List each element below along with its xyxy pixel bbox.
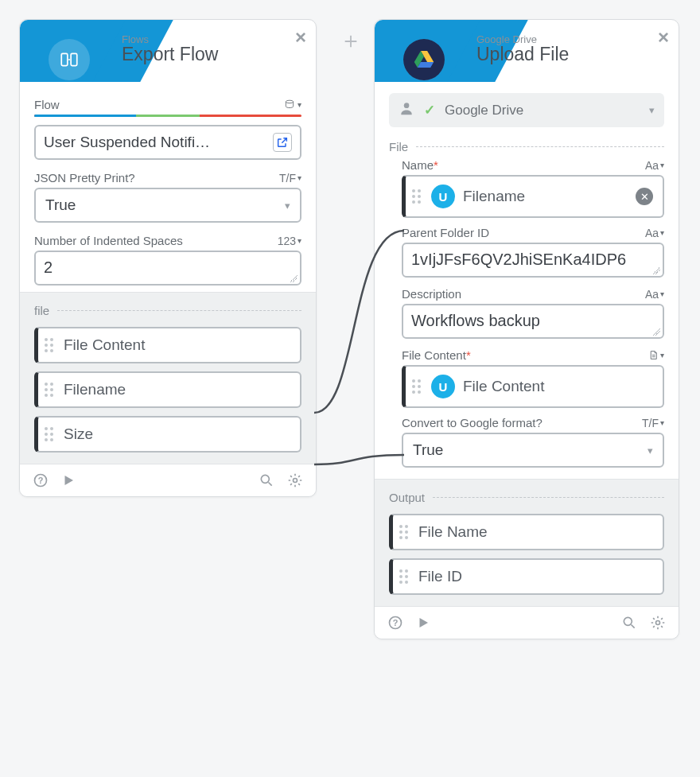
output-label: File ID xyxy=(418,568,462,585)
name-input-pill[interactable]: U Filename ✕ xyxy=(402,175,664,218)
close-icon[interactable]: × xyxy=(295,26,306,49)
section-label-file: File xyxy=(389,140,408,153)
card-header: Flows Export Flow xyxy=(20,20,316,82)
type-tag-text[interactable]: Aa▾ xyxy=(645,288,664,301)
type-tag-text[interactable]: Aa▾ xyxy=(645,159,664,172)
mapped-badge-icon: U xyxy=(431,375,455,398)
field-label-file-content: File Content* xyxy=(402,348,471,362)
gear-icon[interactable] xyxy=(650,615,666,631)
search-icon[interactable] xyxy=(259,472,274,488)
svg-rect-0 xyxy=(61,53,68,65)
output-pill-filename[interactable]: Filename xyxy=(34,371,301,408)
resize-handle-icon[interactable] xyxy=(652,266,660,274)
output-pill-file-content[interactable]: File Content xyxy=(34,327,301,363)
convert-value: True xyxy=(413,441,443,459)
card-inputs: Flow ▾ User Suspended Notifi… JSON Prett… xyxy=(20,82,316,292)
close-icon[interactable]: × xyxy=(658,26,669,49)
chevron-down-icon: ▾ xyxy=(649,104,655,116)
grip-icon[interactable] xyxy=(399,569,410,584)
connection-name: Google Drive xyxy=(445,103,523,118)
mapped-badge-icon: U xyxy=(431,185,455,208)
parent-folder-value: 1vIjJFsF6QV2JhiSEnKa4IDP6 xyxy=(411,251,626,268)
svg-text:?: ? xyxy=(393,618,399,627)
convert-select[interactable]: True ▾ xyxy=(402,433,664,468)
output-pill-file-id[interactable]: File ID xyxy=(389,558,664,595)
card-upload-file: × Google Drive Upload File ✓ Google Driv… xyxy=(374,19,679,639)
section-label-output: Output xyxy=(389,491,425,504)
play-icon[interactable] xyxy=(416,616,430,630)
flow-value: User Suspended Notifi… xyxy=(44,134,210,151)
clear-mapping-icon[interactable]: ✕ xyxy=(636,188,653,205)
card-export-flow: × Flows Export Flow Flow ▾ User Suspende… xyxy=(19,19,317,497)
svg-point-5 xyxy=(261,475,269,483)
connection-chip[interactable]: ✓ Google Drive ▾ xyxy=(389,93,664,127)
grip-icon[interactable] xyxy=(412,189,423,204)
flows-icon xyxy=(49,39,90,80)
field-label-flow: Flow xyxy=(34,98,60,111)
card-title: Upload File xyxy=(476,44,569,65)
field-label-name: Name* xyxy=(402,158,438,172)
card-header: Google Drive Upload File xyxy=(375,20,679,82)
play-icon[interactable] xyxy=(61,473,76,488)
file-content-input-pill[interactable]: U File Content xyxy=(402,365,664,408)
field-label-json-pretty: JSON Pretty Print? xyxy=(34,171,135,185)
type-tag-file[interactable]: ▾ xyxy=(648,349,664,361)
json-pretty-select[interactable]: True ▾ xyxy=(34,188,301,223)
type-tag-tf[interactable]: T/F▾ xyxy=(642,417,664,429)
grip-icon[interactable] xyxy=(45,338,56,352)
output-pill-file-name[interactable]: File Name xyxy=(389,514,664,550)
card-title: Export Flow xyxy=(122,44,218,65)
outputs-section: Output File Name File ID xyxy=(375,479,679,606)
type-tag-text[interactable]: Aa▾ xyxy=(645,227,664,239)
description-input[interactable]: Workflows backup xyxy=(402,304,664,339)
outputs-section: file File Content Filename Size xyxy=(20,292,316,464)
resize-handle-icon[interactable] xyxy=(652,328,660,336)
search-icon[interactable] xyxy=(621,615,637,631)
svg-point-2 xyxy=(286,100,293,103)
check-icon: ✓ xyxy=(424,102,435,118)
grip-icon[interactable] xyxy=(399,525,410,539)
grip-icon[interactable] xyxy=(45,427,56,441)
type-tag-tf[interactable]: T/F▾ xyxy=(279,172,301,185)
connection-section: ✓ Google Drive ▾ xyxy=(375,82,679,129)
flow-select-input[interactable]: User Suspended Notifi… xyxy=(34,125,301,160)
indent-value: 2 xyxy=(44,258,52,276)
description-value: Workflows backup xyxy=(411,312,540,329)
name-pill-label: Filename xyxy=(463,188,525,205)
output-label: File Content xyxy=(64,336,145,354)
svg-point-10 xyxy=(624,617,632,625)
field-label-description: Description xyxy=(402,287,461,301)
grip-icon[interactable] xyxy=(412,379,423,394)
user-icon xyxy=(399,100,414,120)
field-label-parent: Parent Folder ID xyxy=(402,226,489,239)
json-pretty-value: True xyxy=(45,196,76,214)
help-icon[interactable]: ? xyxy=(387,615,403,631)
card-footer: ? xyxy=(20,464,316,496)
field-label-convert: Convert to Google format? xyxy=(402,416,542,429)
svg-point-7 xyxy=(404,103,410,108)
output-label: Size xyxy=(64,425,93,443)
flow-progress-bar xyxy=(34,115,301,117)
help-icon[interactable]: ? xyxy=(33,472,49,488)
svg-text:?: ? xyxy=(38,476,44,485)
section-label-file: file xyxy=(34,304,49,317)
output-label: File Name xyxy=(418,523,488,541)
file-content-pill-label: File Content xyxy=(463,378,544,395)
type-tag-number[interactable]: 123▾ xyxy=(278,235,301,247)
type-tag-object[interactable]: ▾ xyxy=(284,99,301,111)
field-label-indent: Number of Indented Spaces xyxy=(34,234,183,247)
resize-handle-icon[interactable] xyxy=(290,274,298,282)
parent-folder-input[interactable]: 1vIjJFsF6QV2JhiSEnKa4IDP6 xyxy=(402,243,664,278)
card-inputs: File Name* Aa▾ U Filename ✕ Parent Folde… xyxy=(375,129,679,479)
svg-point-11 xyxy=(656,621,660,625)
add-card-button[interactable] xyxy=(339,29,363,53)
card-footer: ? xyxy=(375,606,679,639)
open-external-icon[interactable] xyxy=(273,133,292,152)
indent-input[interactable]: 2 xyxy=(34,251,301,286)
google-drive-icon xyxy=(403,39,445,80)
grip-icon[interactable] xyxy=(45,383,56,397)
gear-icon[interactable] xyxy=(287,472,303,488)
output-pill-size[interactable]: Size xyxy=(34,416,301,453)
workflow-canvas: × Flows Export Flow Flow ▾ User Suspende… xyxy=(0,0,700,777)
svg-point-6 xyxy=(294,479,298,483)
